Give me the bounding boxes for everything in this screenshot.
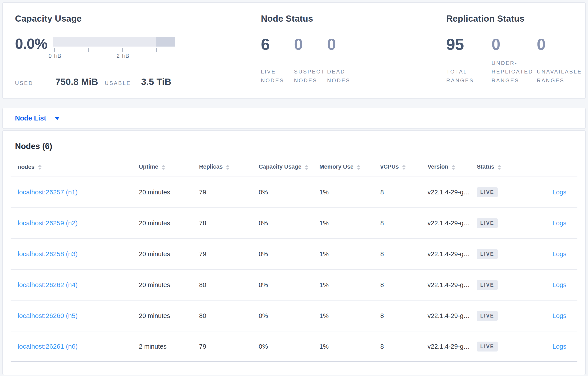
capacity-bar	[53, 37, 175, 47]
live-nodes-stat: 6 LIVE NODES	[261, 36, 294, 85]
logs-link[interactable]: Logs	[552, 343, 566, 350]
table-row: localhost:26257 (n1) 20 minutes 79 0% 1%…	[10, 177, 578, 208]
uptime-cell: 20 minutes	[139, 219, 199, 227]
status-cell: LIVE	[477, 311, 522, 321]
capacity-percent: 0.0%	[15, 36, 47, 59]
version-cell: v22.1.4-29-g…	[428, 251, 477, 258]
capacity-meter-chart: 0 TiB 2 TiB	[53, 36, 175, 59]
status-cell: LIVE	[477, 187, 522, 197]
logs-link[interactable]: Logs	[552, 251, 566, 258]
unavailable-ranges-label: UNAVAILABLE RANGES	[537, 67, 580, 85]
usable-value: 3.5 TiB	[141, 77, 171, 87]
used-value: 750.8 MiB	[55, 77, 98, 87]
node-cell: localhost:26257 (n1)	[10, 188, 139, 196]
cluster-summary-card: Capacity Usage 0.0% 0 TiB 2 TiB	[2, 2, 586, 99]
node-cell: localhost:26259 (n2)	[10, 219, 139, 227]
node-link[interactable]: localhost:26261 (n6)	[18, 343, 78, 350]
total-ranges-label: TOTAL RANGES	[446, 67, 489, 85]
sort-icon	[226, 165, 230, 172]
memory-use-cell: 1%	[319, 219, 380, 227]
column-header-nodes[interactable]: nodes	[10, 164, 139, 172]
sort-icon	[305, 165, 308, 172]
vcpus-cell: 8	[380, 189, 428, 196]
status-badge: LIVE	[477, 280, 498, 290]
vcpus-cell: 8	[380, 312, 428, 320]
sort-icon	[497, 165, 501, 172]
column-header-memory-use[interactable]: Memory Use	[319, 163, 380, 172]
logs-cell: Logs	[522, 343, 578, 350]
sort-icon	[452, 165, 455, 172]
version-cell: v22.1.4-29-g…	[428, 343, 477, 350]
logs-link[interactable]: Logs	[552, 281, 566, 288]
logs-link[interactable]: Logs	[552, 312, 566, 319]
logs-link[interactable]: Logs	[552, 219, 566, 227]
version-cell: v22.1.4-29-g…	[428, 281, 477, 289]
column-header-version[interactable]: Version	[428, 163, 477, 172]
column-header-capacity-usage[interactable]: Capacity Usage	[259, 163, 319, 172]
node-status-section: Node Status 6 LIVE NODES 0 SUSPECT NODES…	[261, 14, 446, 98]
nodes-table-body: localhost:26257 (n1) 20 minutes 79 0% 1%…	[3, 177, 585, 362]
node-link[interactable]: localhost:26257 (n1)	[18, 188, 78, 196]
logs-link[interactable]: Logs	[552, 189, 566, 196]
replicas-cell: 80	[199, 281, 259, 289]
under-replicated-ranges-label: UNDER-REPLICATED RANGES	[492, 59, 535, 85]
node-link[interactable]: localhost:26260 (n5)	[18, 312, 78, 319]
column-header-replicas[interactable]: Replicas	[199, 163, 259, 172]
axis-tick	[88, 48, 89, 52]
version-cell: v22.1.4-29-g…	[428, 219, 477, 227]
axis-tick	[122, 48, 123, 52]
capacity-usage-cell: 0%	[259, 281, 319, 289]
status-cell: LIVE	[477, 218, 522, 228]
replicas-cell: 79	[199, 343, 259, 350]
column-header-uptime[interactable]: Uptime	[139, 163, 199, 172]
table-row: localhost:26262 (n4) 20 minutes 80 0% 1%…	[10, 270, 578, 301]
sort-icon	[38, 165, 42, 172]
memory-use-cell: 1%	[319, 251, 380, 258]
uptime-cell: 20 minutes	[139, 251, 199, 258]
version-cell: v22.1.4-29-g…	[428, 189, 477, 196]
status-badge: LIVE	[477, 218, 498, 228]
capacity-usage-section: Capacity Usage 0.0% 0 TiB 2 TiB	[15, 14, 261, 98]
total-ranges-stat: 95 TOTAL RANGES	[446, 36, 492, 85]
memory-use-cell: 1%	[319, 312, 380, 320]
column-header-status[interactable]: Status	[477, 163, 522, 172]
node-link[interactable]: localhost:26259 (n2)	[18, 219, 78, 227]
suspect-nodes-label: SUSPECT NODES	[294, 67, 324, 85]
node-link[interactable]: localhost:26258 (n3)	[18, 250, 78, 258]
usable-label: USABLE	[105, 80, 131, 86]
sort-icon	[402, 165, 406, 172]
capacity-usage-cell: 0%	[259, 189, 319, 196]
status-badge: LIVE	[477, 187, 498, 197]
logs-cell: Logs	[522, 189, 578, 196]
uptime-cell: 20 minutes	[139, 189, 199, 196]
node-link[interactable]: localhost:26262 (n4)	[18, 281, 78, 288]
status-badge: LIVE	[477, 249, 498, 259]
replication-status-title: Replication Status	[446, 14, 585, 24]
logs-cell: Logs	[522, 219, 578, 227]
memory-use-cell: 1%	[319, 281, 380, 289]
node-cell: localhost:26262 (n4)	[10, 281, 139, 289]
total-ranges-value: 95	[446, 36, 492, 52]
axis-tick-label: 2 TiB	[116, 53, 129, 59]
capacity-bar-tail	[156, 37, 175, 47]
suspect-nodes-value: 0	[294, 36, 327, 52]
vcpus-cell: 8	[380, 343, 428, 350]
capacity-usage-title: Capacity Usage	[15, 14, 261, 24]
node-cell: localhost:26260 (n5)	[10, 312, 139, 320]
table-row: localhost:26261 (n6) 2 minutes 79 0% 1% …	[10, 331, 578, 362]
column-header-vcpus[interactable]: vCPUs	[380, 163, 428, 172]
status-cell: LIVE	[477, 249, 522, 259]
uptime-cell: 20 minutes	[139, 281, 199, 289]
node-status-title: Node Status	[261, 14, 446, 24]
view-selector-dropdown[interactable]: Node List	[2, 108, 586, 129]
vcpus-cell: 8	[380, 281, 428, 289]
uptime-cell: 20 minutes	[139, 312, 199, 320]
live-nodes-value: 6	[261, 36, 294, 52]
uptime-cell: 2 minutes	[139, 343, 199, 350]
under-replicated-ranges-value: 0	[492, 36, 537, 52]
logs-cell: Logs	[522, 312, 578, 320]
sort-icon	[162, 165, 165, 172]
nodes-table-header: nodes Uptime Replicas Capacity Usage Mem…	[10, 163, 578, 177]
capacity-usage-cell: 0%	[259, 343, 319, 350]
replicas-cell: 79	[199, 189, 259, 196]
